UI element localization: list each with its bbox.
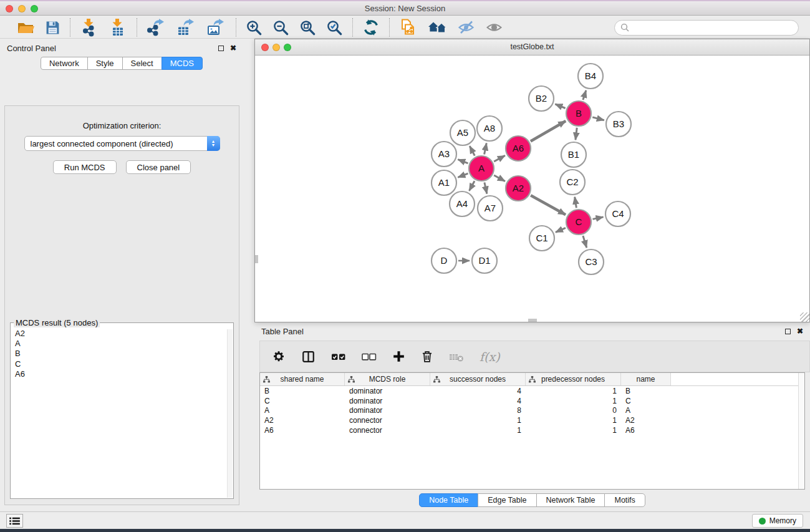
node-B3[interactable]: B3 [606,112,631,137]
tab-edge-table[interactable]: Edge Table [478,493,536,507]
edge-A-A5[interactable] [470,146,475,155]
table-row[interactable]: A2connector11A2 [260,415,804,425]
tab-motifs[interactable]: Motifs [604,493,645,507]
close-table-panel-icon[interactable]: ✖ [797,328,803,334]
node-A2[interactable]: A2 [506,176,531,201]
edge-A-A8[interactable] [485,143,487,155]
column-header-shared-name[interactable]: shared name [260,373,345,385]
table-row[interactable]: Bdominator41B [260,386,804,396]
table-row[interactable]: Cdominator41C [260,396,804,406]
tab-select[interactable]: Select [122,57,162,70]
table-row[interactable]: Adominator80A [260,406,804,416]
zoom-in-button[interactable] [245,19,263,37]
tab-network[interactable]: Network [41,57,88,70]
search-box[interactable] [614,20,799,36]
task-history-button[interactable] [6,514,23,528]
edge-A2-C[interactable] [531,195,566,215]
node-B4[interactable]: B4 [578,64,603,89]
edge-A-A2[interactable] [494,175,505,181]
export-image-button[interactable] [206,17,227,37]
gear-button[interactable] [272,350,286,364]
tab-node-table[interactable]: Node Table [419,493,478,507]
node-A5[interactable]: A5 [450,120,475,145]
select-all-button[interactable] [331,351,346,362]
node-A7[interactable]: A7 [478,196,503,221]
float-table-panel-icon[interactable] [785,329,791,334]
table-row[interactable]: A6connector11A6 [260,425,804,435]
edge-A-A7[interactable] [485,183,487,194]
edge-C-C4[interactable] [593,217,604,220]
column-header-predecessor-nodes[interactable]: predecessor nodes [526,373,621,385]
node-B1[interactable]: B1 [561,142,586,167]
zoom-out-button[interactable] [272,19,290,37]
node-C[interactable]: C [566,210,591,235]
edge-C-C2[interactable] [575,197,577,208]
minimize-window-button[interactable] [18,5,26,12]
network-resize-grip[interactable] [800,312,809,322]
close-window-button[interactable] [6,5,13,12]
tab-mcds[interactable]: MCDS [162,57,203,70]
node-C3[interactable]: C3 [579,249,604,274]
node-C4[interactable]: C4 [605,201,630,226]
run-mcds-button[interactable]: Run MCDS [53,160,117,174]
show-all-button[interactable] [485,18,504,37]
save-session-button[interactable] [44,19,61,36]
close-panel-icon[interactable]: ✖ [230,45,236,51]
network-horizontal-scrollthumb[interactable] [528,319,537,322]
export-table-button[interactable] [176,17,197,37]
edge-B-B4[interactable] [583,90,586,100]
optimization-criterion-select[interactable]: largest connected component (directed) ▲… [24,136,220,151]
edge-B-B3[interactable] [592,117,604,120]
node-A3[interactable]: A3 [432,142,456,167]
node-A6[interactable]: A6 [506,136,531,161]
edge-A-A3[interactable] [458,160,468,163]
network-close-button[interactable] [261,44,269,51]
node-B[interactable]: B [566,101,591,126]
memory-button[interactable]: Memory [752,514,803,528]
split-panel-button[interactable] [301,350,316,364]
network-maximize-button[interactable] [284,44,291,51]
node-B2[interactable]: B2 [529,86,554,111]
network-vertical-scrollthumb[interactable] [255,255,258,263]
node-A1[interactable]: A1 [432,170,456,195]
zoom-fit-button[interactable] [299,19,317,37]
new-network-from-selection-button[interactable] [398,17,418,37]
edge-A6-B[interactable] [531,121,566,142]
edge-C-C1[interactable] [556,228,566,232]
import-network-button[interactable] [79,17,99,37]
network-canvas[interactable]: B4B2BB3A5A8A6A3B1AA1C2A2A4A7C4CC1C3DD1 [256,56,809,321]
result-scrollbar[interactable] [227,329,233,498]
export-network-button[interactable] [146,17,167,37]
node-A4[interactable]: A4 [450,191,475,216]
column-header-name[interactable]: name [621,373,671,385]
table-scrollbar[interactable] [798,373,804,489]
column-header-MCDS-role[interactable]: MCDS role [345,373,430,385]
tab-network-table[interactable]: Network Table [536,493,605,507]
network-minimize-button[interactable] [272,44,280,51]
refresh-button[interactable] [362,18,380,37]
deselect-all-button[interactable] [362,351,377,362]
edge-A-A1[interactable] [458,173,468,177]
add-column-button[interactable] [392,350,405,363]
tab-style[interactable]: Style [87,57,123,70]
search-input[interactable] [633,23,793,32]
first-neighbors-button[interactable] [427,19,448,36]
import-table-button[interactable] [108,17,128,37]
delete-column-button[interactable] [421,350,433,364]
edge-B-B1[interactable] [576,128,577,140]
node-D1[interactable]: D1 [472,248,497,273]
close-panel-button[interactable]: Close panel [126,160,191,174]
float-panel-icon[interactable] [218,46,224,51]
open-session-button[interactable] [16,19,36,36]
hide-selected-button[interactable] [456,18,476,37]
edge-A-A6[interactable] [494,155,505,162]
column-header-successor-nodes[interactable]: successor nodes [430,373,526,385]
edge-A-A4[interactable] [470,181,475,191]
node-C1[interactable]: C1 [529,226,554,251]
node-A8[interactable]: A8 [477,116,502,141]
maximize-window-button[interactable] [31,5,38,12]
zoom-selected-button[interactable] [325,19,344,37]
node-C2[interactable]: C2 [560,170,585,195]
node-A[interactable]: A [469,156,494,181]
edge-C-C3[interactable] [583,236,587,248]
